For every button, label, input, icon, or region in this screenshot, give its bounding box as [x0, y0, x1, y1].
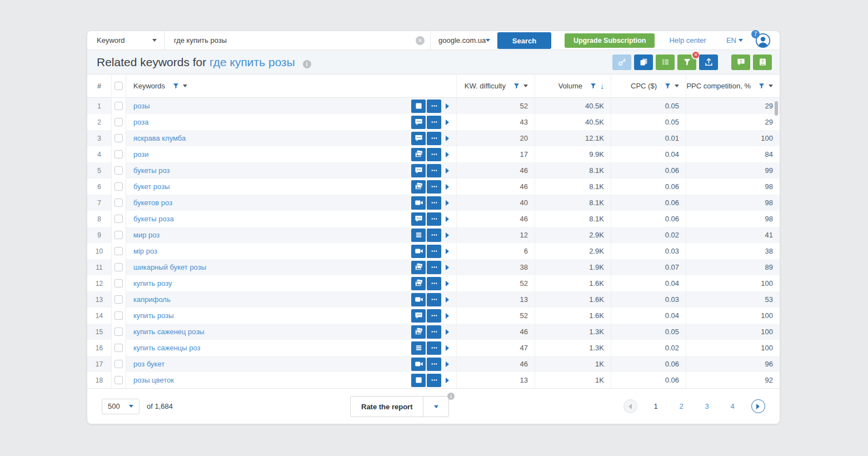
keyword-link[interactable]: букеты роз — [133, 166, 169, 175]
copy-button[interactable] — [634, 54, 653, 70]
serp-speech-icon[interactable] — [411, 212, 426, 226]
serp-square-icon[interactable] — [411, 374, 426, 387]
search-type-select[interactable]: Keyword — [87, 31, 165, 49]
keyword-link[interactable]: купить розы — [133, 311, 174, 320]
prev-page-button[interactable] — [623, 399, 637, 413]
serp-video-icon[interactable] — [411, 358, 426, 371]
expand-arrow-icon[interactable] — [446, 216, 449, 222]
filter-icon[interactable] — [664, 82, 671, 90]
more-options-button[interactable] — [427, 116, 441, 129]
serp-images-icon[interactable] — [411, 325, 426, 339]
next-page-button[interactable] — [751, 399, 765, 413]
more-options-button[interactable] — [427, 229, 441, 242]
keyword-link[interactable]: каприфоль — [133, 295, 171, 304]
more-options-button[interactable] — [427, 309, 441, 323]
keyword-link[interactable]: рози — [133, 150, 149, 158]
row-checkbox[interactable] — [114, 311, 123, 320]
clear-input-icon[interactable]: ✕ — [416, 36, 425, 45]
more-options-button[interactable] — [427, 212, 441, 226]
keyword-link[interactable]: букет розы — [133, 182, 169, 191]
keyword-link[interactable]: роза — [133, 118, 149, 126]
search-input[interactable] — [174, 36, 416, 44]
row-checkbox[interactable] — [114, 295, 123, 304]
row-checkbox[interactable] — [114, 182, 123, 191]
expand-arrow-icon[interactable] — [446, 168, 449, 174]
key-button[interactable] — [612, 54, 631, 70]
serp-images-icon[interactable] — [411, 261, 426, 274]
serp-video-icon[interactable] — [411, 293, 426, 306]
sort-desc-icon[interactable]: ↓ — [600, 82, 604, 90]
expand-arrow-icon[interactable] — [446, 297, 449, 303]
expand-arrow-icon[interactable] — [446, 232, 449, 238]
keyword-link[interactable]: купить розу — [133, 279, 172, 288]
row-checkbox[interactable] — [114, 231, 123, 239]
expand-arrow-icon[interactable] — [446, 103, 449, 109]
serp-list-icon[interactable] — [411, 341, 426, 355]
row-checkbox[interactable] — [114, 134, 123, 142]
expand-arrow-icon[interactable] — [446, 200, 449, 206]
row-checkbox[interactable] — [114, 328, 123, 336]
serp-video-icon[interactable] — [411, 245, 426, 258]
serp-images-icon[interactable] — [411, 180, 426, 194]
expand-arrow-icon[interactable] — [446, 152, 449, 157]
upgrade-subscription-button[interactable]: Upgrade Subscription — [565, 33, 655, 48]
notification-badge[interactable]: 7 — [751, 30, 760, 38]
keyword-link[interactable]: купить саженец розы — [133, 328, 204, 336]
keyword-link[interactable]: мир роз — [133, 231, 159, 239]
filter-button[interactable]: ✕ — [677, 54, 696, 70]
manual-button[interactable]: ? — [753, 54, 772, 70]
chevron-down-icon[interactable] — [523, 85, 528, 87]
serp-images-icon[interactable] — [411, 277, 426, 290]
row-checkbox[interactable] — [114, 344, 123, 352]
row-checkbox[interactable] — [114, 199, 123, 207]
more-options-button[interactable] — [427, 196, 441, 210]
filter-icon[interactable] — [758, 82, 765, 90]
row-checkbox[interactable] — [114, 102, 123, 110]
expand-arrow-icon[interactable] — [446, 378, 449, 383]
serp-speech-icon[interactable] — [411, 116, 426, 129]
expand-arrow-icon[interactable] — [446, 184, 449, 190]
filter-icon[interactable] — [590, 82, 597, 90]
select-all-checkbox[interactable] — [114, 82, 123, 90]
more-options-button[interactable] — [427, 180, 441, 194]
keyword-link[interactable]: букеты роза — [133, 215, 174, 223]
scrollbar-thumb[interactable] — [775, 101, 778, 116]
more-options-button[interactable] — [427, 148, 441, 161]
expand-arrow-icon[interactable] — [446, 313, 449, 319]
expand-arrow-icon[interactable] — [446, 249, 449, 254]
page-button-2[interactable]: 2 — [669, 402, 694, 410]
rate-report-dropdown[interactable] — [423, 396, 448, 417]
keyword-link[interactable]: шикарный букет розы — [133, 263, 206, 271]
serp-video-icon[interactable] — [411, 196, 426, 210]
row-checkbox[interactable] — [114, 118, 123, 126]
keyword-link[interactable]: яскрава клумба — [133, 134, 186, 142]
keyword-link[interactable]: мір роз — [133, 247, 157, 255]
more-options-button[interactable] — [427, 325, 441, 339]
more-options-button[interactable] — [427, 245, 441, 258]
search-engine-select[interactable]: google.com.ua — [431, 31, 497, 49]
more-options-button[interactable] — [427, 358, 441, 371]
info-icon[interactable]: i — [303, 60, 311, 68]
expand-arrow-icon[interactable] — [446, 281, 449, 286]
serp-images-icon[interactable] — [411, 148, 426, 161]
keyword-link[interactable]: букетов роз — [133, 199, 172, 207]
chevron-down-icon[interactable] — [183, 85, 187, 87]
feedback-button[interactable] — [731, 54, 750, 70]
more-options-button[interactable] — [427, 164, 441, 177]
expand-arrow-icon[interactable] — [446, 361, 449, 367]
serp-speech-icon[interactable] — [411, 132, 426, 145]
export-button[interactable] — [699, 54, 718, 70]
chevron-down-icon[interactable] — [675, 85, 679, 87]
page-button-3[interactable]: 3 — [694, 402, 720, 410]
keyword-link[interactable]: розы — [133, 102, 150, 110]
row-checkbox[interactable] — [114, 279, 123, 288]
keyword-link[interactable]: розы цветок — [133, 376, 174, 384]
expand-arrow-icon[interactable] — [446, 345, 449, 351]
keyword-link[interactable]: роз букет — [133, 360, 164, 368]
help-center-link[interactable]: Help center — [669, 36, 706, 44]
more-options-button[interactable] — [427, 277, 441, 290]
row-checkbox[interactable] — [114, 360, 123, 368]
keyword-link[interactable]: купить саженцы роз — [133, 344, 201, 352]
page-button-1[interactable]: 1 — [643, 402, 669, 410]
row-checkbox[interactable] — [114, 263, 123, 271]
